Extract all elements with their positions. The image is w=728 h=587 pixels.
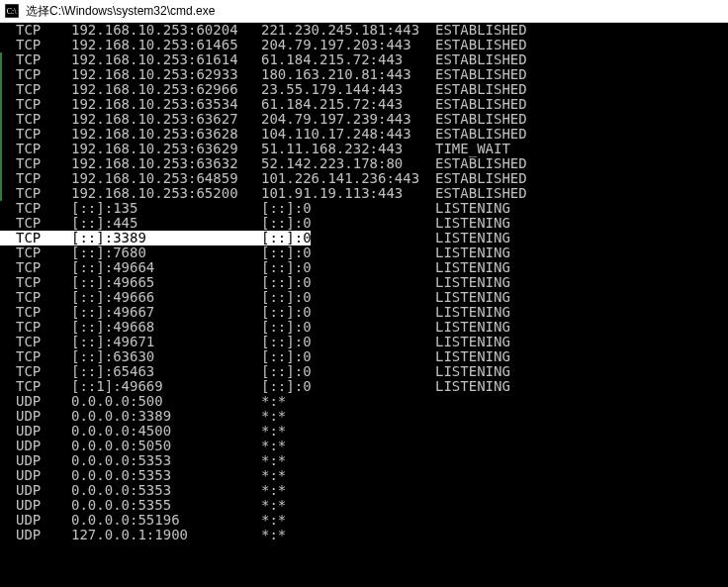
state-cell: LISTENING [435,305,728,320]
local-address-cell: 0.0.0.0:5050 [71,439,261,453]
netstat-row: TCP192.168.10.253:64859101.226.141.236:4… [0,171,728,186]
remote-address-cell: 221.230.245.181:443 [261,23,435,38]
proto-cell: UDP [16,498,71,513]
proto-cell: UDP [16,424,71,439]
remote-address-cell: 52.142.223.178:80 [261,156,435,171]
state-cell: LISTENING [435,335,728,349]
netstat-row: TCP[::]:49671[::]:0LISTENING [0,335,728,349]
state-cell: LISTENING [435,320,728,335]
netstat-row: TCP[::]:49668[::]:0LISTENING [0,320,728,335]
svg-text:C:\: C:\ [7,7,17,16]
local-address-cell: 192.168.10.253:64859 [71,171,261,186]
local-address-cell: [::]:63630 [71,349,261,364]
local-address-cell: [::]:7680 [71,245,261,260]
state-cell [435,394,728,409]
remote-address-cell: *:* [261,424,435,439]
state-cell: ESTABLISHED [435,171,728,186]
proto-cell: TCP [16,112,71,127]
proto-cell: UDP [16,394,71,409]
netstat-row: TCP[::]:3389[::]:0LISTENING [0,231,728,245]
state-cell [435,424,728,439]
local-address-cell: [::]:49664 [71,260,261,275]
local-address-cell: 192.168.10.253:60204 [71,23,261,38]
remote-address-cell: [::]:0 [261,349,435,364]
remote-address-cell: [::]:0 [261,275,435,290]
state-cell: ESTABLISHED [435,82,728,97]
remote-address-cell: 23.55.179.144:443 [261,82,435,97]
state-cell: LISTENING [435,201,728,216]
proto-cell: TCP [16,275,71,290]
proto-cell: UDP [16,483,71,498]
netstat-row: TCP192.168.10.253:65200101.91.19.113:443… [0,186,728,201]
local-address-cell: 192.168.10.253:63534 [71,97,261,112]
state-cell: LISTENING [435,275,728,290]
state-cell: ESTABLISHED [435,52,728,67]
local-address-cell: 192.168.10.253:63627 [71,112,261,127]
remote-address-cell: [::]:0 [261,335,435,349]
console-output[interactable]: TCP192.168.10.253:60204221.230.245.181:4… [0,23,728,587]
netstat-row: UDP0.0.0.0:55196*:* [0,513,728,528]
netstat-row: TCP[::]:135[::]:0LISTENING [0,201,728,216]
local-address-cell: 192.168.10.253:62933 [71,67,261,82]
state-cell [435,483,728,498]
netstat-row: TCP192.168.10.253:61465204.79.197.203:44… [0,38,728,52]
state-cell: LISTENING [435,260,728,275]
local-address-cell: [::]:49667 [71,305,261,320]
proto-cell: TCP [16,23,71,38]
remote-address-cell: 204.79.197.239:443 [261,112,435,127]
state-cell: ESTABLISHED [435,156,728,171]
netstat-row: TCP[::]:65463[::]:0LISTENING [0,364,728,379]
remote-address-cell: 101.91.19.113:443 [261,186,435,201]
netstat-row: TCP192.168.10.253:63628104.110.17.248:44… [0,127,728,142]
local-address-cell: 0.0.0.0:5353 [71,453,261,468]
local-address-cell: 127.0.0.1:1900 [71,528,261,542]
local-address-cell: 192.168.10.253:61465 [71,38,261,52]
local-address-cell: 192.168.10.253:61614 [71,52,261,67]
remote-address-cell: [::]:0 [261,320,435,335]
state-cell: LISTENING [435,231,510,245]
proto-cell: TCP [16,82,71,97]
netstat-row: TCP[::]:49665[::]:0LISTENING [0,275,728,290]
proto-cell: TCP [16,156,71,171]
local-address-cell: [::]:445 [71,216,261,231]
local-address-cell: [::1]:49669 [71,379,261,394]
state-cell: ESTABLISHED [435,112,728,127]
netstat-row: TCP[::]:49664[::]:0LISTENING [0,260,728,275]
state-cell: ESTABLISHED [435,97,728,112]
netstat-row: UDP0.0.0.0:5050*:* [0,439,728,453]
state-cell: LISTENING [435,290,728,305]
remote-address-cell: *:* [261,513,435,528]
state-cell: ESTABLISHED [435,23,728,38]
netstat-row: TCP[::1]:49669[::]:0LISTENING [0,379,728,394]
remote-address-cell: [::]:0 [261,201,435,216]
state-cell: TIME_WAIT [435,142,728,156]
proto-cell: TCP [16,349,71,364]
proto-cell: UDP [16,468,71,483]
netstat-row: TCP192.168.10.253:6363252.142.223.178:80… [0,156,728,171]
netstat-row: UDP0.0.0.0:5355*:* [0,498,728,513]
local-address-cell: 192.168.10.253:63628 [71,127,261,142]
remote-address-cell: *:* [261,453,435,468]
remote-address-cell: 180.163.210.81:443 [261,67,435,82]
state-cell: ESTABLISHED [435,186,728,201]
remote-address-cell: [::]:0 [261,245,435,260]
netstat-row: TCP[::]:445[::]:0LISTENING [0,216,728,231]
proto-cell: UDP [16,409,71,424]
state-cell: LISTENING [435,349,728,364]
state-cell [435,409,728,424]
proto-cell: TCP [16,260,71,275]
remote-address-cell: 101.226.141.236:443 [261,171,435,186]
proto-cell: TCP [16,52,71,67]
netstat-row: UDP0.0.0.0:5353*:* [0,453,728,468]
remote-address-cell: *:* [261,439,435,453]
local-address-cell: [::]:49665 [71,275,261,290]
state-cell [435,498,728,513]
proto-cell: TCP [16,335,71,349]
remote-address-cell: 104.110.17.248:443 [261,127,435,142]
remote-address-cell: *:* [261,528,435,542]
title-bar[interactable]: C:\ 选择C:\Windows\system32\cmd.exe [0,0,728,23]
netstat-row: UDP0.0.0.0:5353*:* [0,483,728,498]
local-address-cell: 192.168.10.253:63629 [71,142,261,156]
proto-cell: UDP [16,439,71,453]
remote-address-cell: *:* [261,409,435,424]
